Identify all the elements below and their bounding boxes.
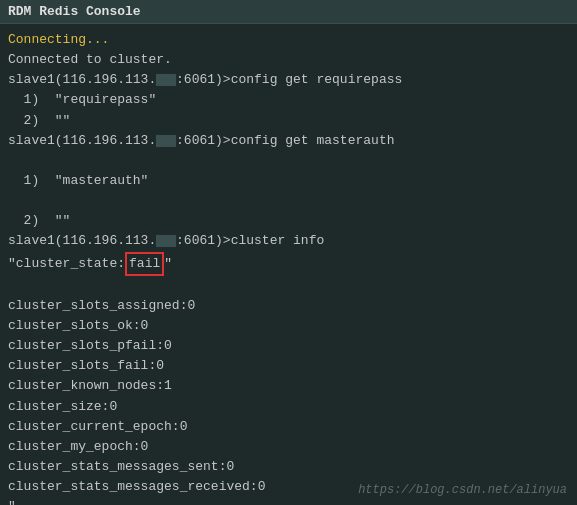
slots-fail: cluster_slots_fail:0 (8, 356, 569, 376)
rdm-window: RDM Redis Console Connecting... Connecte… (0, 0, 577, 505)
stats-sent: cluster_stats_messages_sent:0 (8, 457, 569, 477)
console-area: Connecting... Connected to cluster. slav… (0, 24, 577, 505)
title-label: RDM Redis Console (8, 4, 141, 19)
blank-1 (8, 151, 569, 171)
watermark: https://blog.csdn.net/alinyua (358, 483, 567, 497)
slots-ok: cluster_slots_ok:0 (8, 316, 569, 336)
cmd-cluster-info: slave1(116.196.113.███:6061)>cluster inf… (8, 231, 569, 251)
slots-pfail: cluster_slots_pfail:0 (8, 336, 569, 356)
closing-quote: " (8, 497, 569, 505)
cluster-state-line: "cluster_state:fail" (8, 252, 569, 276)
blank-3 (8, 276, 569, 296)
cluster-state-value: fail (125, 252, 164, 276)
connected-line: Connected to cluster. (8, 50, 569, 70)
cluster-size: cluster_size:0 (8, 397, 569, 417)
result-requirepass-2: 2) "" (8, 111, 569, 131)
result-masterauth-1: 1) "masterauth" (8, 171, 569, 191)
my-epoch: cluster_my_epoch:0 (8, 437, 569, 457)
current-epoch: cluster_current_epoch:0 (8, 417, 569, 437)
connecting-line: Connecting... (8, 30, 569, 50)
cluster-state-prefix: "cluster_state: (8, 254, 125, 274)
cluster-state-suffix: " (164, 254, 172, 274)
known-nodes: cluster_known_nodes:1 (8, 376, 569, 396)
cmd-requirepass: slave1(116.196.113.███:6061)>config get … (8, 70, 569, 90)
slots-assigned: cluster_slots_assigned:0 (8, 296, 569, 316)
result-masterauth-2: 2) "" (8, 211, 569, 231)
blank-2 (8, 191, 569, 211)
title-bar: RDM Redis Console (0, 0, 577, 24)
cmd-masterauth: slave1(116.196.113.███:6061)>config get … (8, 131, 569, 151)
result-requirepass-1: 1) "requirepass" (8, 90, 569, 110)
